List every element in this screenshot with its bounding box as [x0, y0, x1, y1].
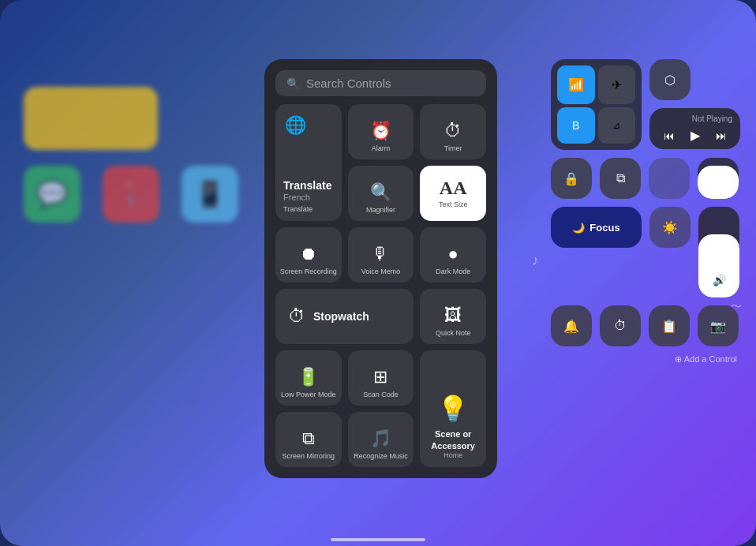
screen-mirroring-tile[interactable]: ⧉ Screen Mirroring — [275, 412, 342, 467]
search-icon: 🔍 — [286, 77, 300, 90]
text-size-icon: AA — [440, 178, 467, 199]
bg-app-grid: 💬 📍 📱 — [24, 87, 245, 223]
brightness-slider[interactable] — [698, 158, 739, 199]
translate-language: French — [283, 193, 331, 202]
magnifier-tile[interactable]: 🔍 Magnifier — [348, 166, 414, 221]
translate-tile[interactable]: 🌐 Translate French Translate — [275, 104, 342, 221]
moon-icon: 🌙 — [572, 222, 585, 234]
dark-mode-label: Dark Mode — [436, 267, 470, 276]
add-control-label[interactable]: ⊕ Add a Control — [551, 354, 740, 365]
quick-note-icon: 🖼 — [444, 305, 462, 326]
cc-row-1: 📶 ✈ B ⊿ ⬡ Not Playing ⏮ ▶ ⏭ — [551, 59, 740, 150]
stopwatch-tile[interactable]: ⏱ Stopwatch — [275, 289, 414, 344]
quick-note-label: Quick Note — [436, 329, 471, 338]
media-tile[interactable]: Not Playing ⏮ ▶ ⏭ — [649, 108, 740, 149]
translate-label: Translate — [283, 205, 313, 213]
controls-grid: 🌐 Translate French Translate ⏰ Alarm ⏱ T… — [275, 104, 486, 467]
sun-icon: ☀️ — [662, 220, 678, 235]
stopwatch-info: Stopwatch — [313, 310, 369, 323]
focus-label: Focus — [589, 222, 619, 234]
stopwatch-label: Stopwatch — [313, 310, 369, 323]
rotation-lock-tile[interactable]: 🔒 — [551, 158, 592, 199]
control-center-panel: 📶 ✈ B ⊿ ⬡ Not Playing ⏮ ▶ ⏭ — [551, 59, 740, 365]
screen-recording-icon: ⏺ — [300, 244, 317, 264]
cc-bottom-row: 🔔 ⏱ 📋 📷 — [551, 305, 740, 346]
dark-mode-tile[interactable]: ● Dark Mode — [420, 227, 486, 282]
volume-fill — [698, 234, 739, 298]
notes-icon: 📋 — [661, 319, 677, 334]
alarm-icon: ⏰ — [370, 121, 391, 141]
media-controls: ⏮ ▶ ⏭ — [657, 128, 732, 143]
prev-track-button[interactable]: ⏮ — [664, 129, 675, 142]
cc-row-2: 🔒 ⧉ — [551, 158, 740, 199]
airplay-icon: ⬡ — [664, 73, 676, 88]
search-placeholder: Search Controls — [306, 77, 391, 90]
timer-tile[interactable]: ⏱ — [600, 305, 641, 346]
scene-label: Scene or Accessory — [428, 428, 478, 451]
screen-recording-tile[interactable]: ⏺ Screen Recording — [275, 227, 342, 282]
alarm-tile[interactable]: ⏰ Alarm — [348, 104, 414, 159]
recognize-music-tile[interactable]: 🎵 Recognize Music — [348, 412, 414, 467]
bg-app-icon: 💬 — [24, 166, 80, 223]
low-power-icon: 🔋 — [298, 367, 319, 387]
notes-tile[interactable]: 📋 — [649, 305, 690, 346]
scene-accessory-tile[interactable]: 💡 Scene or Accessory Home — [420, 350, 486, 467]
bell-icon: 🔔 — [563, 319, 579, 334]
shazam-icon: 🎵 — [370, 428, 391, 449]
scan-code-tile[interactable]: ⊞ Scan Code — [348, 350, 414, 406]
bg-app-icon: 📍 — [103, 166, 159, 223]
scene-sublabel: Home — [443, 451, 462, 459]
mirror-icon: ⧉ — [616, 171, 625, 185]
translate-name: Translate — [283, 179, 331, 193]
sun-tile[interactable]: ☀️ — [649, 207, 691, 248]
play-pause-button[interactable]: ▶ — [691, 128, 700, 143]
text-size-tile[interactable]: AA Text Size — [420, 166, 486, 221]
recognize-music-label: Recognize Music — [354, 452, 408, 461]
timer-ctrl-label: Timer — [444, 144, 462, 153]
low-power-label: Low Power Mode — [281, 391, 336, 399]
alarm-label: Alarm — [372, 144, 391, 153]
volume-slider[interactable]: 🔊 — [698, 207, 739, 297]
screen-mirroring-label: Screen Mirroring — [283, 452, 335, 461]
timer-ctrl-tile[interactable]: ⏱ Timer — [420, 104, 486, 159]
translate-icon: 🌐 — [285, 115, 306, 136]
screen-mirror-tile[interactable]: ⧉ — [600, 158, 641, 199]
text-size-label: Text Size — [439, 200, 468, 209]
bell-tile[interactable]: 🔔 — [551, 305, 592, 346]
brightness-fill — [698, 166, 739, 199]
camera-icon: 📷 — [710, 319, 726, 334]
dark-mode-icon: ● — [448, 244, 458, 264]
translate-info: Translate French — [283, 179, 331, 202]
bluetooth-button[interactable]: B — [557, 107, 595, 144]
timer-icon: ⏱ — [614, 319, 627, 333]
scene-icon: 💡 — [437, 394, 469, 424]
airplane-button[interactable]: ✈ — [598, 65, 636, 104]
camera-tile[interactable]: 📷 — [698, 305, 739, 346]
cc-network-tile[interactable]: 📶 ✈ B ⊿ — [551, 59, 642, 150]
focus-tile[interactable]: 🌙 Focus — [551, 207, 642, 248]
airplay-tile[interactable]: ⬡ — [649, 59, 691, 100]
ipad-body: 💬 📍 📱 ♪ 〜 📶 ✈ B ⊿ ⬡ Not Playing — [0, 0, 756, 546]
quick-note-tile[interactable]: 🖼 Quick Note — [420, 289, 486, 344]
wifi-button[interactable]: 📶 — [557, 65, 595, 104]
blank-tile — [649, 158, 690, 199]
screen-recording-label: Screen Recording — [280, 267, 337, 276]
lock-rotation-icon: 🔒 — [563, 171, 579, 186]
bg-app-icon: 📱 — [182, 166, 238, 223]
search-bar[interactable]: 🔍 Search Controls — [275, 70, 486, 96]
not-playing-label: Not Playing — [657, 114, 732, 123]
voice-memo-icon: 🎙 — [372, 244, 389, 264]
screen-mirroring-icon: ⧉ — [302, 428, 315, 449]
airdrop-button[interactable]: ⊿ — [598, 107, 636, 144]
search-controls-panel: 🔍 Search Controls 🌐 Translate French Tra… — [264, 59, 497, 478]
scan-code-icon: ⊞ — [373, 367, 387, 387]
voice-memo-label: Voice Memo — [361, 267, 401, 276]
low-power-mode-tile[interactable]: 🔋 Low Power Mode — [275, 350, 342, 406]
scan-code-label: Scan Code — [363, 391, 399, 399]
magnifier-icon: 🔍 — [370, 182, 391, 203]
magnifier-label: Magnifier — [366, 206, 395, 215]
cc-row-3: 🌙 Focus ☀️ 🔊 — [551, 207, 740, 297]
voice-memo-tile[interactable]: 🎙 Voice Memo — [348, 227, 414, 282]
timer-ctrl-icon: ⏱ — [444, 121, 462, 141]
next-track-button[interactable]: ⏭ — [716, 129, 727, 142]
